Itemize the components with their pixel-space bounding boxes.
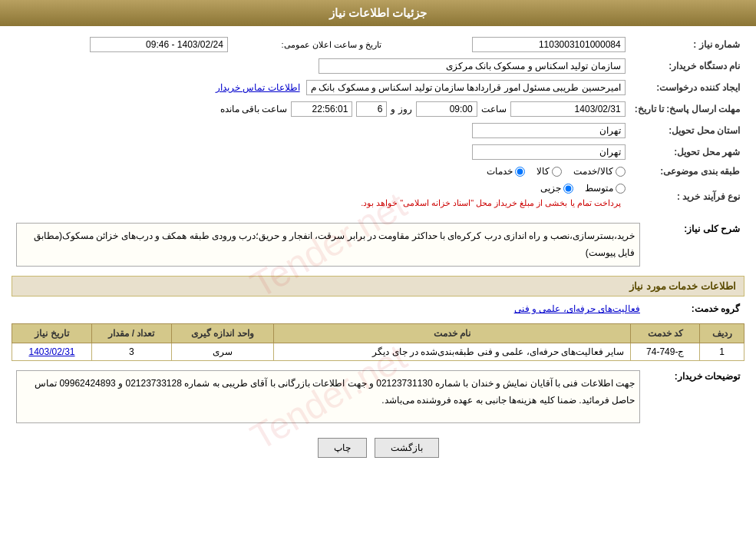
radio-kala[interactable]: کالا (536, 166, 562, 177)
cell-radif: 1 (700, 343, 744, 361)
ijad-konande-value: امیرحسین طریبی مسئول امور قراردادها سازم… (12, 77, 630, 98)
mohlat-row: مهلت ارسال پاسخ: تا تاریخ: 1403/02/31 سا… (12, 98, 744, 120)
radio-motovaset[interactable]: متوسط (585, 183, 626, 194)
radio-kala-khadamat[interactable]: کالا/خدمت (573, 166, 625, 177)
ostan-label: استان محل تحویل: (630, 120, 744, 141)
col-tedad: تعداد / مقدار (92, 324, 172, 343)
tavzih-wrapper: Tender.net جهت اطلاعات فنی با آقایان نما… (16, 370, 640, 423)
cell-tarikh: 1403/02/31 (12, 343, 92, 361)
shomara-niaz-value: 1103003101000084 (386, 34, 630, 55)
services-table: ردیف کد خدمت نام خدمت واحد اندازه گیری ت… (12, 323, 744, 361)
ijad-konande-label: ایجاد کننده درخواست: (630, 77, 744, 98)
cell-kod: ج-749-74 (631, 343, 700, 361)
col-tarikh: تاریخ نیاز (12, 324, 92, 343)
print-button[interactable]: چاپ (318, 438, 367, 458)
faraind-radio-group: متوسط جزیی (16, 183, 626, 194)
saat-label: ساعت (481, 104, 507, 114)
ostan-row: استان محل تحویل: تهران (12, 120, 744, 141)
tasnif-radio-group: کالا/خدمت کالا خدمات (16, 166, 626, 177)
ostan-value: تهران (472, 123, 626, 138)
tavzih-label: توضیحات خریدار: (645, 367, 744, 426)
tarikh-aelaan-value: 1403/02/24 - 09:46 (90, 37, 228, 52)
shomara-niaz-label: شماره نیاز : (630, 34, 744, 55)
cell-vahed: سری (171, 343, 273, 361)
info-table: شماره نیاز : 1103003101000084 تاریخ و سا… (12, 34, 744, 214)
faraind-row: نوع فرآیند خرید : متوسط جزیی (12, 180, 744, 214)
tavzih-value: جهت اطلاعات فنی با آقایان نمایش و خندان … (21, 376, 635, 418)
page-title: جزئیات اطلاعات نیاز (329, 6, 427, 19)
grooh-table: گروه خدمت: فعالیت‌های حرفه‌ای، علمی و فن… (12, 300, 744, 317)
col-radif: ردیف (700, 324, 744, 343)
shahr-row: شهر محل تحویل: تهران (12, 141, 744, 163)
sharh-value-wrapper: Tender.net خرید،بسترسازی،نصب و راه انداز… (16, 223, 640, 267)
main-content: شماره نیاز : 1103003101000084 تاریخ و سا… (0, 26, 756, 473)
radio-khadamat[interactable]: خدمات (487, 166, 525, 177)
mohlat-row-inline: 1403/02/31 ساعت 09:00 روز و 6 22:56:01 س… (16, 101, 626, 117)
faraind-content: متوسط جزیی پرداخت تمام یا بخشی از مبلغ خ… (16, 183, 626, 210)
tavzih-table: توضیحات خریدار: Tender.net جهت اطلاعات ف… (12, 367, 744, 426)
nam-dastgah-value: سازمان تولید اسکناس و مسکوک بانک مرکزی (12, 55, 630, 77)
col-name: نام خدمت (274, 324, 631, 343)
nam-dastgah-label: نام دستگاه خریدار: (630, 55, 744, 77)
faraind-note: پرداخت تمام یا بخشی از مبلغ خریداز محل "… (16, 196, 626, 210)
table-row: 1 ج-749-74 سایر فعالیت‌های حرفه‌ای، علمی… (12, 343, 744, 361)
return-button[interactable]: بازگشت (375, 438, 439, 458)
tarikh-label: تاریخ و ساعت اعلان عمومی: (282, 40, 381, 49)
page-wrapper: جزئیات اطلاعات نیاز شماره نیاز : 1103003… (0, 0, 756, 540)
sharh-table: شرح کلی نیاز: Tender.net خرید،بسترسازی،ن… (12, 220, 744, 270)
baqi-mande-label: ساعت باقی مانده (220, 104, 288, 114)
rooz-value: 6 (356, 101, 387, 117)
tasnif-row: طبقه بندی موضوعی: کالا/خدمت کالا (12, 163, 744, 180)
col-kod: کد خدمت (631, 324, 700, 343)
rooz-label: روز و (391, 104, 411, 114)
sharh-label: شرح کلی نیاز: (645, 220, 744, 270)
shomara-niaz-row: شماره نیاز : 1103003101000084 تاریخ و سا… (12, 34, 744, 55)
khadamat-section-header: اطلاعات خدمات مورد نیاز (12, 276, 744, 297)
grooh-label: گروه خدمت: (645, 300, 744, 317)
col-vahed: واحد اندازه گیری (171, 324, 273, 343)
cell-tedad: 3 (92, 343, 172, 361)
tasnif-label: طبقه بندی موضوعی: (630, 163, 744, 180)
mohlat-date: 1403/02/31 (510, 101, 626, 117)
mohlat-label: مهلت ارسال پاسخ: تا تاریخ: (630, 98, 744, 120)
nam-dastgah-row: نام دستگاه خریدار: سازمان تولید اسکناس و… (12, 55, 744, 77)
saat-value: 09:00 (416, 101, 477, 117)
grooh-value[interactable]: فعالیت‌های حرفه‌ای، علمی و فنی (514, 303, 640, 314)
shahr-value: تهران (472, 144, 626, 160)
footer-buttons: بازگشت چاپ (12, 438, 744, 458)
faraind-label: نوع فرآیند خرید : (630, 180, 744, 214)
ijad-konande-link[interactable]: اطلاعات تماس خریدار (216, 82, 300, 93)
page-header: جزئیات اطلاعات نیاز (0, 0, 756, 26)
radio-jozvi[interactable]: جزیی (540, 183, 573, 194)
sharh-value: خرید،بسترسازی،نصب و راه اندازی درب کرکره… (21, 228, 635, 261)
cell-name: سایر فعالیت‌های حرفه‌ای، علمی و فنی طبقه… (274, 343, 631, 361)
baqi-mande-value: 22:56:01 (291, 101, 352, 117)
shahr-label: شهر محل تحویل: (630, 141, 744, 163)
ijad-konande-row: ایجاد کننده درخواست: امیرحسین طریبی مسئو… (12, 77, 744, 98)
